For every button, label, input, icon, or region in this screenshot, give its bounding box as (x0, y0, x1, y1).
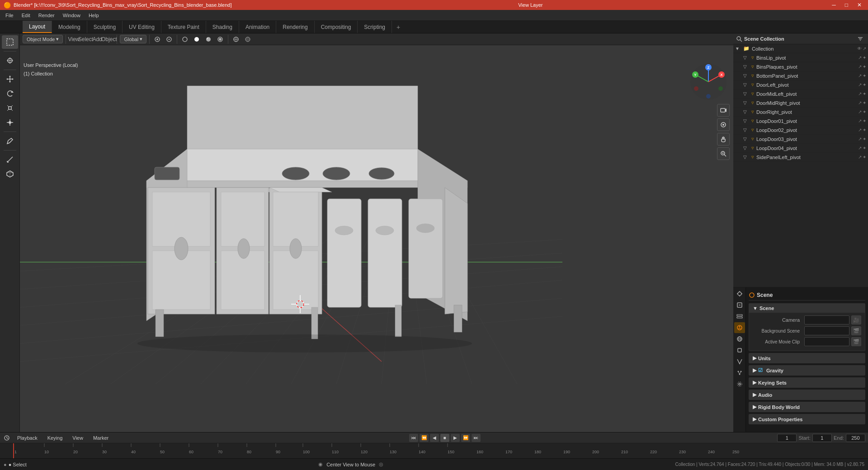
camera-field[interactable] (804, 315, 849, 324)
tab-sculpting[interactable]: Sculpting (87, 21, 123, 33)
cursor-tool[interactable] (2, 54, 18, 67)
outliner-filter-btn[interactable] (855, 34, 865, 44)
modifier-tab[interactable] (734, 356, 745, 367)
step-back-btn[interactable]: ⏪ (420, 434, 429, 442)
units-header[interactable]: ▶ Units (749, 353, 865, 363)
object-mode-dropdown[interactable]: Object Mode ▾ (23, 35, 63, 43)
stop-btn[interactable]: ■ (440, 434, 449, 442)
output-tab[interactable] (734, 300, 745, 310)
outliner-row-3[interactable]: ▽ ▿ DoorLeft_pivot ↗✦ (733, 80, 868, 89)
timeline-view-menu[interactable]: View (69, 434, 87, 442)
view-layer-tab[interactable] (734, 311, 745, 322)
movie-clip-field[interactable] (804, 337, 849, 346)
keying-menu[interactable]: Keying (44, 434, 66, 442)
outliner-row-8[interactable]: ▽ ▿ LoopDoor02_pivot ↗✦ (733, 126, 868, 135)
wireframe-shading[interactable] (180, 35, 190, 44)
add-primitive-tool[interactable] (2, 167, 18, 181)
end-frame-field[interactable]: 250 (846, 434, 865, 442)
object-menu[interactable]: Object (104, 35, 114, 44)
outliner-row-11[interactable]: ▽ ▿ SidePanelLeft_pivot ↗✦ (733, 153, 868, 162)
outliner-row-2[interactable]: ▽ ▿ BottomPanel_pivot ↗✦ (733, 71, 868, 80)
menu-window[interactable]: Window (59, 12, 84, 19)
outliner-row-4[interactable]: ▽ ▿ DoorMidLeft_pivot ↗✦ (733, 89, 868, 99)
rendered-shading[interactable] (215, 35, 225, 44)
play-reverse-btn[interactable]: ◀ (430, 434, 439, 442)
material-shading[interactable] (203, 35, 213, 44)
menu-render[interactable]: Render (35, 12, 58, 19)
start-frame-field[interactable]: 1 (812, 434, 832, 442)
render-tab[interactable] (734, 288, 745, 299)
snap-toggle[interactable] (152, 35, 162, 44)
object-tab[interactable] (734, 345, 745, 356)
overlay-toggle[interactable] (231, 35, 241, 44)
gravity-header[interactable]: ▶ ☑ Gravity (749, 366, 865, 375)
current-frame-field[interactable]: 1 (777, 434, 797, 442)
tab-shading[interactable]: Shading (206, 21, 239, 33)
keying-sets-header[interactable]: ▶ Keying Sets (749, 378, 865, 387)
jump-end-btn[interactable]: ⏭ (472, 434, 481, 442)
global-orientation[interactable]: Global ▾ (120, 35, 146, 43)
particles-tab[interactable] (734, 367, 745, 378)
transform-tool[interactable] (2, 116, 18, 129)
audio-header[interactable]: ▶ Audio (749, 390, 865, 400)
physics-tab[interactable] (734, 379, 745, 390)
outliner-row-6[interactable]: ▽ ▿ DoorRight_pivot ↗✦ (733, 108, 868, 117)
navigation-gizmo[interactable]: Z X Y (688, 61, 729, 102)
timeline-ruler[interactable]: 1 10 20 30 40 50 60 70 80 90 100 110 120… (0, 443, 868, 458)
playback-menu[interactable]: Playback (14, 434, 41, 442)
gravity-checkbox[interactable]: ☑ (758, 367, 763, 373)
outliner-row-0[interactable]: ▽ ▿ BinsLip_pivot ↗✦ (733, 53, 868, 62)
outliner-row-9[interactable]: ▽ ▿ LoopDoor03_pivot ↗✦ (733, 135, 868, 144)
view-menu[interactable]: View (69, 35, 79, 44)
tab-rendering[interactable]: Rendering (276, 21, 314, 33)
render-preview-button[interactable] (717, 118, 730, 131)
rotate-tool[interactable] (2, 87, 18, 100)
marker-menu[interactable]: Marker (90, 434, 112, 442)
proportional-editing[interactable] (164, 35, 174, 44)
viewport-3d[interactable]: Object Mode ▾ View Select Add Object Glo… (20, 33, 733, 432)
play-btn[interactable]: ▶ (451, 434, 460, 442)
select-tool[interactable] (2, 35, 18, 49)
annotate-tool[interactable] (2, 134, 18, 148)
outliner-row-collection[interactable]: ▼ 📁 Collection 👁↗ (733, 44, 868, 53)
background-scene-field[interactable] (804, 326, 849, 335)
viewport-canvas[interactable]: User Perspective (Local) (1) Collection … (20, 45, 733, 432)
measure-tool[interactable] (2, 153, 18, 166)
tab-texture-paint[interactable]: Texture Paint (161, 21, 206, 33)
add-workspace-button[interactable]: + (392, 21, 405, 33)
scene-tab[interactable] (734, 322, 745, 333)
hand-tool[interactable] (717, 133, 730, 146)
outliner-row-1[interactable]: ▽ ▿ BinsPlaques_pivot ↗✦ (733, 62, 868, 71)
background-scene-pick-btn[interactable]: 🎬 (851, 326, 861, 335)
menu-help[interactable]: Help (85, 12, 103, 19)
tab-compositing[interactable]: Compositing (315, 21, 358, 33)
world-tab[interactable] (734, 334, 745, 344)
tab-layout[interactable]: Layout (23, 21, 52, 33)
outliner-row-5[interactable]: ▽ ▿ DoorMidRight_pivot ↗✦ (733, 99, 868, 108)
menu-edit[interactable]: Edit (18, 12, 34, 19)
rigid-body-header[interactable]: ▶ Rigid Body World (749, 402, 865, 412)
scene-section-header[interactable]: ▼ Scene (749, 304, 865, 313)
jump-start-btn[interactable]: ⏮ (409, 434, 418, 442)
tab-scripting[interactable]: Scripting (358, 21, 392, 33)
minimize-button[interactable]: ─ (829, 2, 839, 8)
xray-toggle[interactable] (243, 35, 253, 44)
outliner-row-7[interactable]: ▽ ▿ LoopDoor01_pivot ↗✦ (733, 117, 868, 126)
tab-animation[interactable]: Animation (239, 21, 276, 33)
outliner-row-10[interactable]: ▽ ▿ LoopDoor04_pivot ↗✦ (733, 144, 868, 153)
custom-properties-header[interactable]: ▶ Custom Properties (749, 414, 865, 424)
solid-shading[interactable] (192, 35, 202, 44)
menu-file[interactable]: File (2, 12, 17, 19)
movie-clip-pick-btn[interactable]: 🎬 (851, 337, 861, 346)
tab-uv-editing[interactable]: UV Editing (123, 21, 161, 33)
close-button[interactable]: ✕ (854, 2, 864, 8)
move-tool[interactable] (2, 72, 18, 86)
camera-view-button[interactable] (717, 104, 730, 117)
tab-modeling[interactable]: Modeling (52, 21, 87, 33)
scale-tool[interactable] (2, 101, 18, 115)
select-menu[interactable]: Select (80, 35, 90, 44)
zoom-tool[interactable] (717, 147, 730, 160)
camera-pick-btn[interactable]: 🎥 (851, 315, 861, 324)
step-forward-btn[interactable]: ⏩ (461, 434, 470, 442)
maximize-button[interactable]: □ (842, 2, 851, 8)
